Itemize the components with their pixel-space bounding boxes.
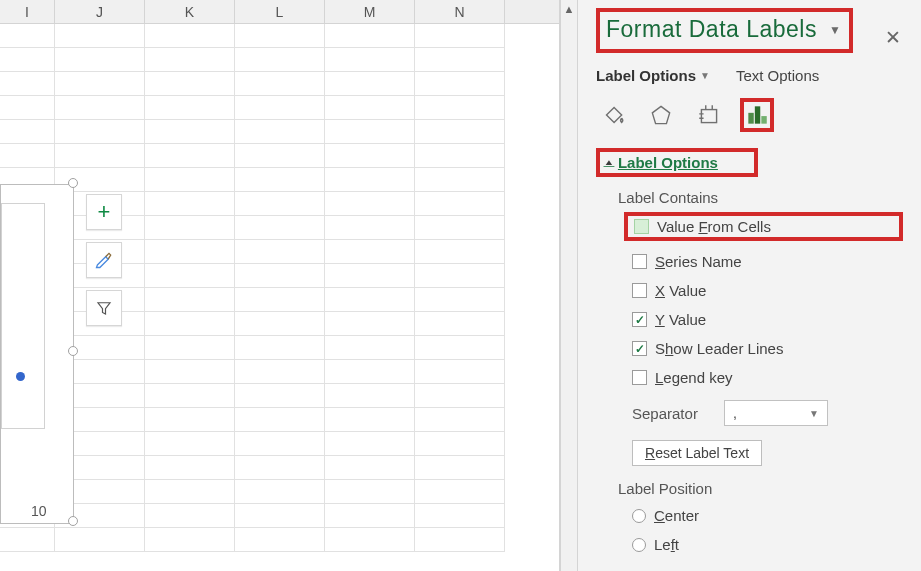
chevron-down-icon: ▼ [809, 408, 819, 419]
checkbox-icon [632, 341, 647, 356]
separator-dropdown[interactable]: , ▼ [724, 400, 828, 426]
label-contains-heading: Label Contains [618, 189, 903, 206]
plus-icon: + [98, 199, 111, 225]
tab-label-options-text: Label Options [596, 67, 696, 84]
size-properties-icon [696, 102, 722, 128]
column-header-i[interactable]: I [0, 0, 55, 23]
checkbox-value-from-cells[interactable]: Value From Cells [624, 212, 903, 241]
separator-label: Separator [632, 405, 712, 422]
column-header-j[interactable]: J [55, 0, 145, 23]
series-options-category-icon[interactable] [740, 98, 774, 132]
section-label-options[interactable]: ▲ Label Options [604, 154, 718, 171]
radio-icon [632, 509, 646, 523]
checkbox-series-name[interactable]: Series Name [632, 253, 903, 270]
checkbox-label: Show Leader Lines [655, 340, 783, 357]
separator-value: , [733, 405, 737, 421]
radio-left[interactable]: Left [632, 536, 903, 553]
spreadsheet-area: I J K L M N [0, 0, 560, 571]
section-label-options-highlight: ▲ Label Options [596, 148, 758, 177]
checkbox-legend-key[interactable]: Legend key [632, 369, 903, 386]
pentagon-icon [648, 102, 674, 128]
svg-rect-3 [761, 116, 766, 124]
checkbox-label: Series Name [655, 253, 742, 270]
resize-handle-middle[interactable] [68, 346, 78, 356]
tab-text-options-text: Text Options [736, 67, 819, 84]
chart-filters-button[interactable] [86, 290, 122, 326]
column-header-row: I J K L M N [0, 0, 559, 24]
fill-category-icon[interactable] [596, 98, 630, 132]
svg-rect-1 [748, 113, 753, 124]
pane-title[interactable]: Format Data Labels [606, 16, 817, 43]
column-header-n[interactable]: N [415, 0, 505, 23]
column-header-l[interactable]: L [235, 0, 325, 23]
size-category-icon[interactable] [692, 98, 726, 132]
svg-rect-0 [701, 110, 716, 123]
radio-label: Center [654, 507, 699, 524]
chevron-down-icon[interactable]: ▼ [829, 23, 841, 37]
chart-data-point[interactable] [16, 372, 25, 381]
reset-label-text-button[interactable]: Reset Label Text [632, 440, 762, 466]
checkbox-y-value[interactable]: Y Value [632, 311, 903, 328]
column-header-k[interactable]: K [145, 0, 235, 23]
checkbox-icon [634, 219, 649, 234]
paintbrush-icon [94, 250, 114, 270]
checkbox-icon [632, 283, 647, 298]
checkbox-label: Legend key [655, 369, 733, 386]
bar-chart-icon [744, 102, 770, 128]
scroll-track[interactable] [561, 18, 577, 571]
chart-styles-button[interactable] [86, 242, 122, 278]
chevron-down-icon: ▼ [700, 70, 710, 81]
checkbox-label: Value From Cells [657, 218, 771, 235]
triangle-down-icon: ▲ [604, 158, 615, 167]
checkbox-leader-lines[interactable]: Show Leader Lines [632, 340, 903, 357]
checkbox-x-value[interactable]: X Value [632, 282, 903, 299]
tab-text-options[interactable]: Text Options [736, 67, 819, 84]
resize-handle-top[interactable] [68, 178, 78, 188]
chart-plot-area[interactable] [1, 203, 45, 429]
paint-bucket-icon [600, 102, 626, 128]
radio-center[interactable]: Center [632, 507, 903, 524]
close-pane-button[interactable]: ✕ [885, 26, 901, 49]
format-pane: ✕ Format Data Labels ▼ Label Options ▼ T… [578, 0, 921, 571]
chart-elements-button[interactable]: + [86, 194, 122, 230]
label-position-heading: Label Position [618, 480, 903, 497]
resize-handle-bottom[interactable] [68, 516, 78, 526]
radio-label: Left [654, 536, 679, 553]
checkbox-label: X Value [655, 282, 706, 299]
checkbox-label: Y Value [655, 311, 706, 328]
checkbox-icon [632, 370, 647, 385]
effects-category-icon[interactable] [644, 98, 678, 132]
vertical-scrollbar[interactable]: ▲ [560, 0, 578, 571]
pane-title-highlight: Format Data Labels ▼ [596, 8, 853, 53]
chart-object[interactable]: 10 [0, 184, 74, 524]
funnel-icon [95, 299, 113, 317]
radio-icon [632, 538, 646, 552]
tab-label-options[interactable]: Label Options ▼ [596, 67, 710, 84]
column-header-m[interactable]: M [325, 0, 415, 23]
chart-axis-tick: 10 [31, 503, 47, 519]
cell-grid[interactable] [0, 24, 559, 571]
checkbox-icon [632, 312, 647, 327]
scroll-up-button[interactable]: ▲ [561, 0, 577, 18]
section-title: Label Options [618, 154, 718, 171]
svg-rect-2 [755, 106, 760, 123]
checkbox-icon [632, 254, 647, 269]
